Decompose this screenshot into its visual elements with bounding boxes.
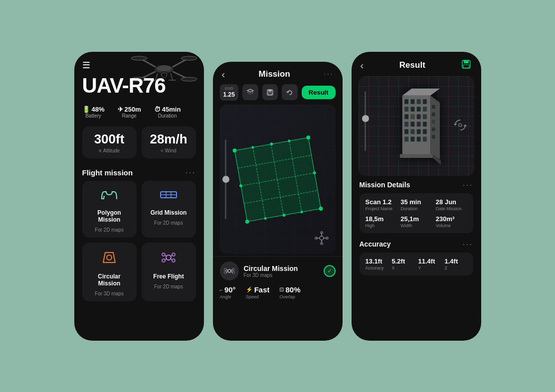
result-title: Result bbox=[399, 60, 425, 70]
svg-rect-76 bbox=[410, 99, 414, 104]
circular-mission-card[interactable]: Circular Mission For 3D maps bbox=[82, 243, 137, 301]
svg-rect-92 bbox=[410, 129, 414, 133]
flight-mission-more[interactable]: ··· bbox=[185, 167, 195, 178]
back-button[interactable]: ‹ bbox=[222, 69, 225, 80]
svg-rect-104 bbox=[432, 134, 435, 138]
result-header: ‹ Result bbox=[352, 52, 481, 76]
duration-stat: ⏱45min Duration bbox=[154, 106, 181, 119]
flight-mission-header: Flight mission ··· bbox=[74, 162, 204, 181]
svg-rect-101 bbox=[432, 112, 435, 116]
free-flight-card[interactable]: Free Flight For 2D maps bbox=[142, 243, 196, 301]
svg-rect-77 bbox=[416, 99, 420, 104]
layers-tool-button[interactable] bbox=[242, 84, 258, 100]
date-cell: 28 Jun Date Mission bbox=[436, 198, 467, 211]
range-stat: ✈250m Range bbox=[118, 106, 141, 119]
svg-point-25 bbox=[172, 259, 175, 262]
svg-rect-86 bbox=[423, 114, 427, 119]
svg-rect-98 bbox=[423, 136, 427, 141]
project-name-cell: Scan 1.2 Project Name bbox=[366, 198, 397, 211]
svg-rect-90 bbox=[423, 122, 427, 126]
svg-rect-94 bbox=[423, 129, 427, 133]
battery-icon: 🔋 bbox=[82, 106, 90, 113]
speed-icon: ⚡ bbox=[246, 286, 253, 293]
polygon-mission-card[interactable]: Polygon Mission For 2D maps bbox=[82, 181, 137, 238]
mission-toolbar: GSD 1.25 bbox=[213, 84, 343, 105]
details-more-button[interactable]: ··· bbox=[462, 180, 473, 190]
overlap-param: ⊡80% Overlap bbox=[279, 285, 300, 299]
details-grid: Scan 1.2 Project Name 35 min Duration 28… bbox=[360, 193, 473, 233]
model-slider[interactable] bbox=[365, 91, 366, 161]
map-drone-icon bbox=[315, 231, 329, 248]
phone-uav-dashboard: ☰ UAV-R76 🔋48% Battery ✈250m Range ⏱45mi… bbox=[74, 52, 204, 341]
svg-rect-102 bbox=[432, 120, 435, 124]
accuracy-more-button[interactable]: ··· bbox=[462, 239, 473, 250]
svg-rect-91 bbox=[404, 129, 408, 133]
svg-rect-97 bbox=[416, 136, 420, 141]
mission-map[interactable] bbox=[220, 105, 336, 254]
svg-rect-83 bbox=[404, 114, 408, 119]
svg-rect-79 bbox=[404, 107, 408, 111]
angle-param: ⌐90° Angle bbox=[220, 285, 236, 299]
mission-drone-avatar bbox=[220, 261, 239, 280]
mission-details-section: Mission Details ··· Scan 1.2 Project Nam… bbox=[352, 176, 481, 235]
svg-rect-87 bbox=[404, 122, 408, 126]
high-cell: 18,5m High bbox=[366, 215, 397, 228]
result-back-button[interactable]: ‹ bbox=[361, 60, 364, 71]
save-button[interactable] bbox=[461, 59, 472, 72]
svg-point-21 bbox=[166, 255, 171, 260]
undo-tool-button[interactable] bbox=[282, 84, 298, 100]
gsd-badge: GSD 1.25 bbox=[220, 84, 238, 101]
svg-rect-85 bbox=[416, 114, 420, 119]
svg-point-23 bbox=[172, 253, 175, 256]
p1-header: ☰ UAV-R76 bbox=[74, 52, 204, 102]
svg-rect-78 bbox=[423, 99, 427, 104]
speed-param: ⚡Fast Speed bbox=[246, 285, 270, 299]
svg-point-22 bbox=[162, 253, 165, 256]
wind-metric: 28m/h ≈Wind bbox=[142, 127, 196, 158]
grid-mission-card[interactable]: Grid Mission For 2D maps bbox=[142, 181, 196, 238]
svg-rect-31 bbox=[268, 90, 272, 92]
accuracy-y-cell: 11.4ft Y bbox=[418, 258, 441, 270]
svg-point-62 bbox=[228, 269, 231, 272]
building-model bbox=[359, 76, 474, 176]
result-button[interactable]: Result bbox=[302, 86, 336, 99]
grid-mission-icon bbox=[160, 188, 178, 205]
svg-point-53 bbox=[320, 236, 324, 240]
svg-rect-103 bbox=[432, 127, 435, 131]
menu-icon[interactable]: ☰ bbox=[82, 60, 90, 71]
svg-rect-75 bbox=[404, 99, 408, 104]
altitude-metric: 300ft ≡Altitude bbox=[82, 127, 137, 158]
duration-cell: 35 min Duration bbox=[400, 198, 432, 211]
accuracy-z-cell: 1.4ft Z bbox=[445, 258, 467, 270]
svg-rect-72 bbox=[464, 60, 469, 63]
stats-row: 🔋48% Battery ✈250m Range ⏱45min Duration bbox=[74, 102, 204, 123]
svg-rect-100 bbox=[432, 105, 435, 109]
range-icon: ✈ bbox=[118, 106, 123, 113]
svg-rect-32 bbox=[268, 93, 272, 95]
svg-point-105 bbox=[459, 124, 462, 127]
clock-icon: ⏱ bbox=[154, 106, 161, 113]
phones-container: ☰ UAV-R76 🔋48% Battery ✈250m Range ⏱45mi… bbox=[64, 42, 491, 351]
save-tool-button[interactable] bbox=[262, 84, 278, 100]
metrics-row: 300ft ≡Altitude 28m/h ≈Wind bbox=[74, 123, 204, 162]
mission-more-button[interactable]: ··· bbox=[324, 70, 333, 79]
svg-rect-73 bbox=[463, 65, 469, 68]
svg-rect-96 bbox=[410, 136, 414, 141]
battery-stat: 🔋48% Battery bbox=[82, 106, 105, 119]
angle-icon: ⌐ bbox=[220, 287, 223, 293]
svg-point-24 bbox=[162, 259, 165, 262]
svg-rect-80 bbox=[410, 107, 414, 111]
svg-rect-81 bbox=[416, 107, 420, 111]
accuracy-section: Accuracy ··· 13.1ft Accuracy 5.2ft X 11.… bbox=[352, 235, 481, 277]
width-cell: 25,1m Width bbox=[400, 215, 432, 228]
svg-rect-93 bbox=[416, 129, 420, 133]
svg-point-20 bbox=[107, 255, 112, 260]
free-flight-icon bbox=[160, 250, 178, 269]
mission-info-bar: Circular Mission For 3D maps ✓ bbox=[213, 256, 343, 283]
wind-icon: ≈ bbox=[161, 148, 164, 153]
mission-check: ✓ bbox=[324, 265, 336, 277]
svg-rect-84 bbox=[410, 114, 414, 119]
mission-header: ‹ Mission ··· bbox=[213, 62, 343, 84]
volume-cell: 230m³ Volume bbox=[436, 215, 467, 228]
svg-rect-88 bbox=[410, 122, 414, 126]
